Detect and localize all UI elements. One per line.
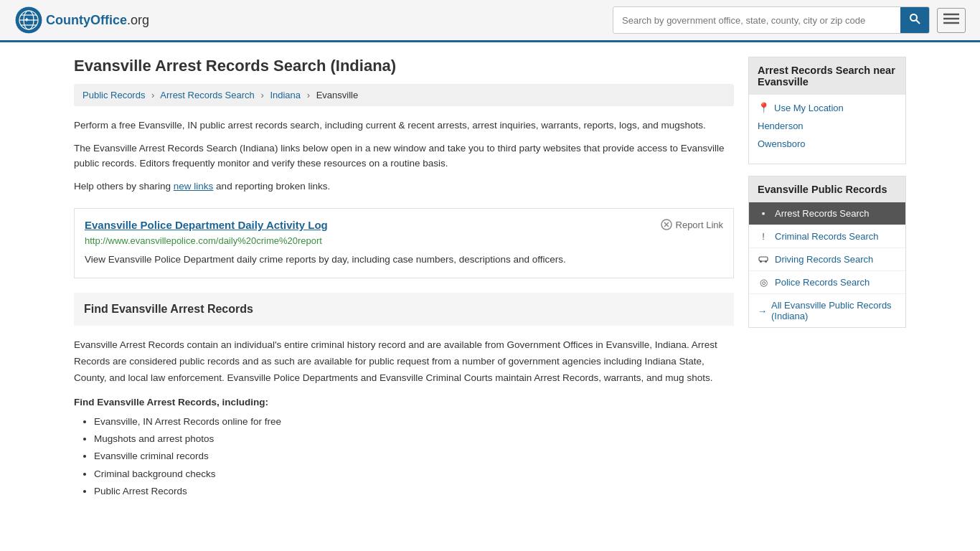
breadcrumb: Public Records › Arrest Records Search ›… (74, 84, 734, 106)
header-right (613, 6, 966, 34)
breadcrumb-sep-3: › (307, 90, 310, 100)
arrest-records-label: Arrest Records Search (775, 208, 870, 219)
breadcrumb-sep-1: › (151, 90, 154, 100)
logo-area: ✦ CountyOffice.org (14, 6, 149, 34)
resource-title-link[interactable]: Evansville Police Department Daily Activ… (85, 219, 328, 231)
sidebar-nearby-body: 📍 Use My Location Henderson Owensboro (749, 95, 905, 164)
sidebar-public-records-header: Evansville Public Records (749, 176, 905, 202)
find-section-body: Evansville Arrest Records contain an ind… (74, 337, 734, 387)
logo-icon: ✦ (14, 6, 43, 34)
svg-point-8 (910, 14, 917, 21)
sidebar-link-criminal-records[interactable]: ! Criminal Records Search (749, 225, 905, 248)
sidebar-link-driving-records[interactable]: Driving Records Search (749, 248, 905, 271)
breadcrumb-indiana[interactable]: Indiana (270, 90, 301, 100)
resource-card: Evansville Police Department Daily Activ… (74, 208, 734, 278)
list-item-3: Evansville criminal records (94, 448, 734, 465)
list-item-1: Evansville, IN Arrest Records online for… (94, 413, 734, 430)
intro-paragraph-1: Perform a free Evansville, IN public arr… (74, 118, 734, 133)
search-input[interactable] (613, 9, 900, 32)
sidebar: Arrest Records Search near Evansville 📍 … (748, 57, 906, 500)
list-item-4: Criminal background checks (94, 466, 734, 483)
sidebar-nearby-section: Arrest Records Search near Evansville 📍 … (748, 57, 906, 164)
sidebar-public-records-section: Evansville Public Records ▪ Arrest Recor… (748, 176, 906, 328)
header: ✦ CountyOffice.org (0, 0, 980, 42)
use-my-location-link[interactable]: Use My Location (774, 103, 844, 113)
all-records-label: All Evansville Public Records (Indiana) (771, 300, 897, 321)
help-text-prefix: Help others by sharing (74, 181, 174, 192)
driving-records-label: Driving Records Search (775, 254, 873, 265)
owensboro-link[interactable]: Owensboro (758, 138, 805, 149)
logo-text: CountyOffice.org (46, 13, 149, 28)
breadcrumb-public-records[interactable]: Public Records (83, 90, 145, 100)
police-records-label: Police Records Search (775, 277, 870, 288)
records-list: Evansville, IN Arrest Records online for… (74, 413, 734, 500)
arrest-records-icon: ▪ (758, 208, 769, 219)
henderson-link[interactable]: Henderson (758, 121, 804, 131)
criminal-records-icon: ! (758, 231, 769, 242)
svg-text:✦: ✦ (24, 16, 29, 24)
main-content: Evansville Arrest Records Search (Indian… (74, 57, 734, 500)
owensboro-item: Owensboro (758, 138, 897, 149)
location-pin-icon: 📍 (758, 102, 770, 113)
page-title: Evansville Arrest Records Search (Indian… (74, 57, 734, 75)
svg-rect-16 (759, 257, 768, 261)
search-button[interactable] (900, 7, 929, 33)
breadcrumb-arrest-records[interactable]: Arrest Records Search (160, 90, 255, 100)
svg-point-18 (765, 260, 767, 263)
breadcrumb-evansville: Evansville (316, 90, 359, 100)
sidebar-link-arrest-records[interactable]: ▪ Arrest Records Search (749, 202, 905, 225)
use-my-location-item: 📍 Use My Location (758, 102, 897, 113)
svg-point-17 (760, 260, 762, 263)
help-text: Help others by sharing new links and rep… (74, 179, 734, 194)
arrow-icon: → (758, 306, 767, 316)
list-item-5: Public Arrest Records (94, 483, 734, 500)
including-title: Find Evansville Arrest Records, includin… (74, 397, 734, 408)
report-link[interactable]: Report Link (661, 219, 723, 230)
breadcrumb-sep-2: › (260, 90, 263, 100)
sidebar-link-police-records[interactable]: ◎ Police Records Search (749, 271, 905, 294)
henderson-item: Henderson (758, 121, 897, 131)
intro-paragraph-2: The Evansville Arrest Records Search (In… (74, 141, 734, 171)
search-bar (613, 6, 930, 34)
driving-records-icon (758, 254, 769, 265)
help-text-suffix: and reporting broken links. (213, 181, 330, 192)
hamburger-button[interactable] (937, 8, 966, 33)
find-section-header: Find Evansville Arrest Records (74, 293, 734, 326)
criminal-records-label: Criminal Records Search (775, 231, 879, 242)
police-records-icon: ◎ (758, 277, 769, 288)
find-section-title: Find Evansville Arrest Records (84, 303, 724, 316)
report-icon (661, 219, 672, 230)
new-links-link[interactable]: new links (174, 181, 214, 192)
sidebar-nearby-header: Arrest Records Search near Evansville (749, 57, 905, 95)
svg-line-9 (916, 20, 920, 24)
report-link-label: Report Link (676, 220, 723, 230)
list-item-2: Mugshots and arrest photos (94, 430, 734, 448)
resource-description: View Evansville Police Department daily … (85, 252, 723, 268)
sidebar-all-records-link[interactable]: → All Evansville Public Records (Indiana… (749, 294, 905, 327)
main-container: Evansville Arrest Records Search (Indian… (60, 42, 920, 514)
resource-url: http://www.evansvillepolice.com/daily%20… (85, 235, 723, 246)
